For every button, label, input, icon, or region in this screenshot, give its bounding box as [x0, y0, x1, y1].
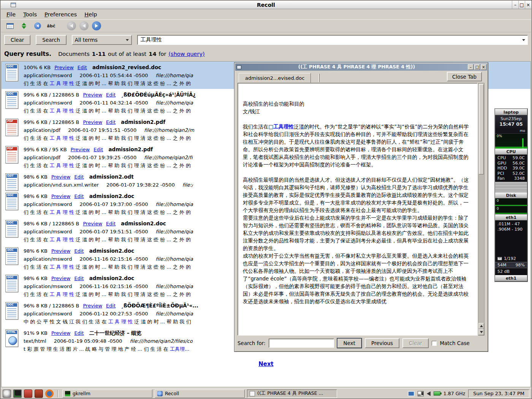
- find-previous-button[interactable]: Previous: [365, 338, 399, 348]
- gkrellm-monitor[interactable]: laptop Sun23Sep 15:47 05 mo 0% CPU CPU 5…: [494, 108, 528, 282]
- results-header: Query results. Documents 1-11 out of at …: [2, 48, 530, 60]
- volume-icon[interactable]: [427, 391, 431, 396]
- result-title: ¸ßÐ£ÕÐÉúµÄÉç»á¹¦ÄÜºÍÄ¿: [121, 91, 196, 99]
- search-button[interactable]: Search: [36, 35, 66, 45]
- memory-meter: 54M 98%: [495, 262, 527, 268]
- result-title: ¸ßÖÐÖÆ¶È£ºÏìÈ±ÖÐµÄ¹«...: [121, 302, 198, 310]
- firefox-icon[interactable]: [45, 390, 54, 398]
- result-url: file:///home/qia: [155, 201, 193, 207]
- query-input[interactable]: 工具理性: [137, 35, 528, 45]
- preview-link[interactable]: Preview: [71, 146, 90, 154]
- preview-link[interactable]: Preview: [54, 63, 74, 71]
- next-page-link[interactable]: Next: [258, 361, 274, 367]
- toolbar: âbĉ: [1, 19, 531, 32]
- preview-link[interactable]: Preview: [83, 302, 102, 310]
- clear-button[interactable]: Clear: [4, 35, 30, 45]
- find-clear-button[interactable]: Clear: [402, 338, 429, 348]
- preview-close-button[interactable]: ×: [481, 64, 486, 70]
- window-app-icon[interactable]: [3, 390, 11, 398]
- edit-link[interactable]: Edit: [74, 329, 84, 337]
- result-title: admission2_revised.doc: [92, 63, 161, 71]
- keyboard-layout-icon[interactable]: [408, 391, 415, 396]
- task-button[interactable]: ((工 PHRASE 4 具 PHRASE ...: [247, 390, 337, 398]
- preview-document[interactable]: 高校招生的社会功能和目的 文/钱江 我们生活在□工具理性泛滥的时代。作为“世之显…: [238, 83, 478, 336]
- prev-page-button[interactable]: [79, 21, 89, 30]
- edit-link[interactable]: Edit: [93, 146, 103, 154]
- preview-link[interactable]: Preview: [83, 118, 102, 126]
- menu-help[interactable]: Help: [81, 10, 101, 19]
- preview-titlebar[interactable]: ((工 PHRASE 4 具 PHRASE 4 理 PHRASE 4 性)) –…: [235, 63, 487, 71]
- doc-byline: 文/钱江: [243, 108, 472, 115]
- highlighted-term: 工具理性: [273, 124, 294, 130]
- edit-link[interactable]: Edit: [74, 274, 84, 282]
- result-date: 2006-01-11 04:32:14 -0500: [79, 100, 148, 106]
- edit-link[interactable]: Edit: [106, 91, 116, 99]
- menu-file[interactable]: File: [3, 10, 19, 19]
- result-mime: application/msword: [24, 283, 72, 289]
- scroll-up-button[interactable]: [478, 323, 484, 329]
- preview-link[interactable]: Preview: [51, 329, 71, 337]
- preview-link[interactable]: Preview: [51, 274, 71, 282]
- preview-link[interactable]: Preview: [51, 247, 71, 255]
- edit-link[interactable]: Edit: [106, 118, 116, 126]
- preview-link[interactable]: Preview: [83, 220, 102, 228]
- task-app-icon: [65, 391, 70, 396]
- edit-link[interactable]: Edit: [78, 63, 87, 71]
- eth1-section-label: eth1: [495, 214, 527, 220]
- scrollbar-thumb[interactable]: [479, 84, 484, 174]
- preview-scrollbar[interactable]: [478, 83, 484, 336]
- menu-preferences[interactable]: Preferences: [41, 10, 81, 19]
- volume-readout: 52 dB: [495, 268, 527, 275]
- task-button[interactable]: gkrellm: [62, 390, 152, 398]
- search-for-label: Search for:: [238, 340, 266, 346]
- result-relevance-size: 98% 6 KB: [24, 173, 48, 181]
- first-page-button[interactable]: [67, 21, 76, 30]
- preview-minimize-button[interactable]: –: [468, 64, 473, 70]
- find-next-button[interactable]: Next: [337, 338, 362, 348]
- edit-link[interactable]: Edit: [74, 247, 84, 255]
- menu-tools[interactable]: Tools: [19, 10, 41, 19]
- gkrellm-hostname[interactable]: laptop: [495, 109, 527, 115]
- result-url: file:///home/qia: [155, 100, 193, 106]
- next-page-button[interactable]: [92, 21, 101, 30]
- scroll-down-button[interactable]: [478, 329, 484, 335]
- preview-link[interactable]: Preview: [51, 192, 71, 200]
- query-history-icon[interactable]: [522, 39, 525, 41]
- result-title: admission2.doc: [89, 192, 135, 200]
- terminal-icon[interactable]: [13, 390, 22, 398]
- doc-history-button[interactable]: [5, 21, 15, 31]
- result-url: file:///home/qia: [155, 311, 193, 317]
- edit-link[interactable]: Edit: [106, 302, 116, 310]
- close-tab-button[interactable]: Close Tab: [447, 72, 482, 81]
- main-titlebar[interactable]: Recoll – □ ×: [1, 1, 531, 9]
- preview-link[interactable]: Preview: [83, 91, 102, 99]
- task-button[interactable]: Recoll: [155, 390, 245, 398]
- result-mime: application/msword: [24, 256, 72, 262]
- edit-link[interactable]: Edit: [74, 192, 84, 200]
- search-mode-select[interactable]: All terms: [72, 35, 132, 45]
- preview-window-icon[interactable]: [237, 65, 241, 69]
- preview-maximize-button[interactable]: □: [474, 64, 480, 70]
- result-mime: application/msword: [24, 73, 72, 78]
- preview-tabbar: admission2...evised.doc Close Tab: [236, 71, 487, 83]
- sort-params-button[interactable]: [32, 21, 43, 31]
- edit-link[interactable]: Edit: [74, 173, 84, 181]
- preview-tab[interactable]: admission2...evised.doc: [239, 73, 311, 83]
- mail-icon: [497, 257, 502, 260]
- desktop: Recoll – □ × File Tools Preferences Help…: [0, 0, 532, 399]
- preview-link[interactable]: Preview: [51, 173, 71, 181]
- doc-paragraph: 我们生活在□工具理性泛滥的时代。作为“世之显学”的诸种以“事实”与“价值”的二分…: [243, 123, 472, 168]
- result-snippet: 们 生 活 在 工 具 理 性 泛 滥 的 时 ... 帮 助 我 们 理 清 …: [24, 263, 193, 271]
- find-input[interactable]: [269, 339, 334, 348]
- match-case-checkbox[interactable]: [432, 341, 437, 346]
- red-app-icon[interactable]: [24, 390, 32, 398]
- battery-icon[interactable]: [434, 391, 440, 396]
- term-explorer-button[interactable]: âbĉ: [46, 21, 56, 31]
- temp-row: HDD 39.0C: [495, 166, 527, 171]
- edit-link[interactable]: Edit: [106, 220, 116, 228]
- result-title: 二十一世纪经济 – 细览: [89, 329, 142, 337]
- show-query-link[interactable]: (show query): [168, 51, 204, 57]
- doc-paragraph: 高校招生最明显的目的当然是选拔人才。但这选拔人才的目标却不仅仅是人们假定“因材施…: [243, 176, 472, 214]
- package-app-icon[interactable]: [35, 390, 43, 398]
- advanced-search-button[interactable]: [19, 21, 29, 31]
